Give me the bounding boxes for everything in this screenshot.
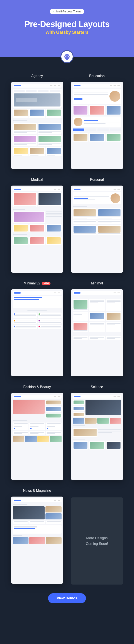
palette-icon <box>63 53 71 60</box>
layout-label: Minimal v2 <box>24 282 40 285</box>
layout-label: Medical <box>31 178 43 182</box>
layout-item-news[interactable]: News & Magazine <box>11 489 63 584</box>
layout-preview <box>71 186 123 273</box>
layout-preview <box>71 82 123 169</box>
layout-item-fashion[interactable]: Fashion & Beauty <box>11 385 63 480</box>
hero-title: Pre-Designed Layouts <box>4 20 130 29</box>
layout-preview <box>11 289 63 376</box>
layout-preview <box>11 82 63 169</box>
layout-item-education[interactable]: Education <box>71 74 123 169</box>
layout-label: Agency <box>31 74 43 78</box>
layout-label: News & Magazine <box>23 489 51 493</box>
layout-item-minimal-v2[interactable]: Minimal v2NEW <box>11 282 63 376</box>
coming-line2: Coming Soon! <box>86 541 108 547</box>
layout-item-coming-soon: More Designs Coming Soon! <box>71 489 123 584</box>
layout-item-science[interactable]: Science <box>71 385 123 480</box>
layout-label: Fashion & Beauty <box>23 385 51 389</box>
layouts-content: Agency Education Medi <box>0 56 134 625</box>
layout-item-minimal[interactable]: Minimal <box>71 282 123 376</box>
check-icon: ✓ <box>53 10 55 13</box>
hero-section: ✓ Multi-Purpose Theme Pre-Designed Layou… <box>0 0 134 56</box>
coming-line1: More Designs <box>86 535 108 541</box>
layout-preview <box>11 496 63 584</box>
layout-preview <box>11 186 63 273</box>
layout-label: Minimal <box>91 282 103 285</box>
badge-text: Multi-Purpose Theme <box>56 10 81 13</box>
footer: View Demos <box>11 584 123 616</box>
hero-subtitle: With Gatsby Starters <box>4 30 130 35</box>
layout-preview <box>71 393 123 480</box>
theme-badge: ✓ Multi-Purpose Theme <box>50 9 84 14</box>
layout-preview <box>71 289 123 376</box>
layout-item-personal[interactable]: Personal <box>71 178 123 273</box>
layout-item-agency[interactable]: Agency <box>11 74 63 169</box>
coming-soon-card: More Designs Coming Soon! <box>71 498 123 584</box>
layout-item-medical[interactable]: Medical <box>11 178 63 273</box>
view-demos-button[interactable]: View Demos <box>48 593 86 603</box>
layout-preview <box>11 393 63 480</box>
palette-icon-circle <box>60 50 74 63</box>
layout-label: Education <box>89 74 105 78</box>
new-badge: NEW <box>42 282 50 285</box>
layout-label: Science <box>91 385 103 389</box>
layouts-grid: Agency Education Medi <box>11 74 123 584</box>
layout-label: Personal <box>90 178 104 182</box>
